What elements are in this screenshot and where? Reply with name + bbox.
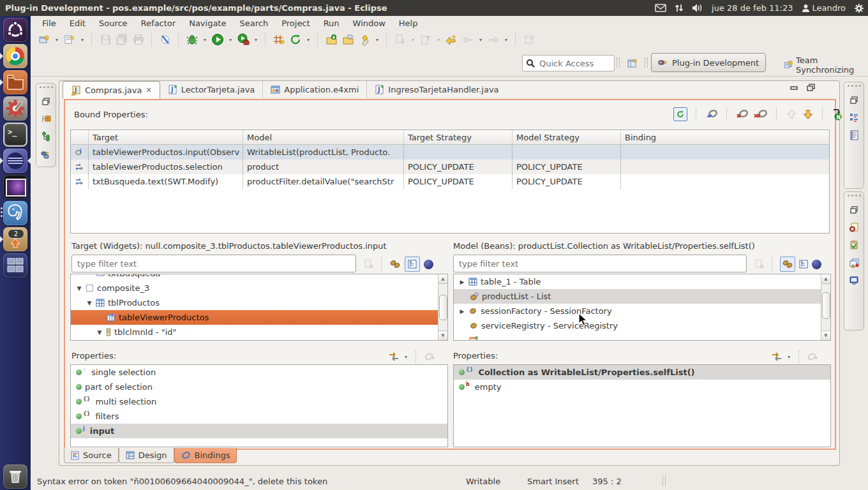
scroll-down-button[interactable]: ▼ [821, 330, 830, 340]
launcher-item-eclipse[interactable] [3, 149, 27, 173]
launcher-item-media[interactable] [3, 175, 27, 199]
header-target[interactable]: Target [89, 130, 243, 145]
api-refresh-button[interactable] [288, 33, 303, 47]
console-view-icon[interactable] [849, 276, 859, 286]
tasks-view-icon[interactable] [849, 240, 859, 250]
launcher-item-chrome[interactable] [3, 44, 27, 68]
tree-mode-icon[interactable] [799, 260, 808, 269]
scroll-up-button[interactable]: ▲ [821, 274, 830, 284]
open-folder-button[interactable] [341, 33, 355, 47]
tray-grip[interactable] [848, 195, 861, 197]
session-gear-icon[interactable] [854, 3, 864, 13]
collapsed-arrow-icon[interactable]: ▶ [459, 308, 465, 315]
launcher-item-trash[interactable] [3, 464, 27, 489]
model-filter[interactable] [453, 255, 747, 272]
package-explorer-icon[interactable] [41, 114, 51, 124]
launcher-item-workspaces[interactable] [3, 253, 27, 278]
tree-item-tblclmnid[interactable]: ▼ tblclmnId - "id" [71, 325, 447, 339]
save-button[interactable] [98, 33, 112, 47]
launcher-item-settings[interactable] [3, 96, 27, 121]
scroll-thumb[interactable] [439, 295, 447, 320]
forward-button[interactable] [486, 33, 500, 47]
dropdown-caret[interactable]: ▾ [253, 37, 259, 43]
problems-view-icon[interactable] [849, 258, 860, 268]
status-cursor-position[interactable]: 395 : 2 [592, 477, 622, 486]
menu-project[interactable]: Project [281, 19, 310, 28]
expand-arrow-icon[interactable]: ▼ [96, 329, 103, 336]
property-part-of-selection[interactable]: part of selection [71, 380, 447, 394]
debug-button[interactable] [185, 33, 199, 47]
menu-help[interactable]: Help [399, 19, 418, 28]
tray-grip[interactable] [848, 85, 861, 87]
convert-properties-icon[interactable] [771, 352, 782, 362]
menu-window[interactable]: Window [353, 19, 385, 28]
back-button[interactable] [461, 33, 475, 47]
sphere-icon[interactable] [424, 260, 433, 269]
property-input[interactable]: j input [71, 424, 447, 438]
header-blank[interactable] [71, 130, 89, 145]
tree-item-serviceregistry[interactable]: serviceRegistry - ServiceRegistry [454, 318, 830, 333]
dropdown-caret[interactable]: ▾ [435, 37, 442, 43]
property-multi-selection[interactable]: {} multi selection [71, 394, 447, 409]
header-target-strategy[interactable]: Target Strategy [404, 130, 513, 145]
dropdown-caret[interactable]: ▾ [305, 37, 311, 43]
next-annotation-button[interactable] [393, 33, 407, 47]
search-torch-button[interactable] [357, 33, 371, 47]
convert-properties-icon[interactable] [388, 352, 400, 362]
drag-grip[interactable] [617, 57, 620, 68]
new-plugin-project-button[interactable] [272, 33, 286, 47]
import-folder-button[interactable] [324, 33, 338, 47]
outline-view-icon[interactable] [849, 112, 859, 122]
move-up-icon[interactable] [786, 108, 797, 120]
tree-item-table-1[interactable]: ▶ table_1 - Table [454, 274, 830, 289]
tree-mode-icon[interactable] [405, 256, 420, 272]
menu-edit[interactable]: Edit [70, 19, 86, 28]
table-row[interactable]: txtBusqueda.text(SWT.Modify) productFilt… [71, 174, 829, 189]
tree-item-sessionfactory[interactable]: ▶ sessionFactory - SessionFactory [454, 304, 830, 318]
tree-item-tableviewerproductos[interactable]: tableViewerProductos [71, 310, 447, 325]
beans-mode-icon[interactable] [389, 259, 401, 269]
error-log-view-icon[interactable] [849, 222, 859, 232]
tab-design[interactable]: Design [119, 448, 174, 463]
save-all-button[interactable] [115, 33, 129, 47]
model-filter-input[interactable] [458, 258, 723, 269]
target-filter-input[interactable] [76, 258, 334, 269]
menu-refactor[interactable]: Refactor [141, 19, 176, 28]
launcher-item-files[interactable] [3, 70, 27, 94]
tray-grip[interactable] [40, 86, 53, 88]
dropdown-caret[interactable]: ▾ [410, 37, 416, 43]
tab-source[interactable]: Source [64, 448, 119, 463]
tab-application-e4xmi[interactable]: Application.e4xmi [263, 81, 367, 98]
menu-search[interactable]: Search [239, 19, 268, 28]
volume-icon[interactable] [692, 3, 703, 13]
tab-ingresotarjetahandler-java[interactable]: J IngresoTarjetaHandler.java [367, 81, 506, 98]
beans-mode-icon[interactable] [780, 256, 795, 272]
tab-bindings[interactable]: Bindings [174, 448, 237, 463]
property-empty[interactable]: b empty [454, 380, 830, 394]
open-perspective-button[interactable] [625, 56, 640, 70]
clock[interactable]: jue 28 de feb 11:23 [712, 3, 793, 13]
quick-access-input[interactable] [538, 58, 604, 69]
javadoc-view-icon[interactable] [849, 130, 859, 140]
clear-filter-icon[interactable] [364, 259, 374, 269]
tree-item-composite-3[interactable]: ▼ composite_3 [71, 281, 447, 295]
user-menu[interactable]: Leandro [802, 3, 846, 13]
perspective-team-synchronizing[interactable]: Team Synchronizing [784, 56, 868, 75]
tree-item-productlist[interactable]: productList - List [454, 289, 830, 304]
table-row[interactable]: tableViewerProductos.selection product P… [71, 160, 829, 174]
print-button[interactable] [131, 33, 146, 47]
dropdown-caret[interactable]: ▾ [403, 354, 409, 360]
target-filter[interactable] [71, 255, 356, 272]
tab-compras-java[interactable]: J Compras.java ✕ [63, 81, 160, 99]
expand-arrow-icon[interactable]: ▼ [86, 300, 93, 306]
model-tree-scrollbar[interactable]: ▲ ▼ [821, 274, 830, 340]
menu-navigate[interactable]: Navigate [189, 19, 226, 28]
add-binding-icon[interactable] [423, 352, 435, 362]
menu-source[interactable]: Source [99, 19, 128, 28]
dropdown-caret[interactable]: ▾ [786, 354, 792, 360]
expand-arrow-icon[interactable]: ▼ [76, 285, 82, 292]
new-file-button[interactable] [63, 33, 77, 47]
run-button[interactable] [211, 33, 225, 47]
pin-editor-button[interactable] [522, 33, 536, 47]
dropdown-caret[interactable]: ▾ [54, 37, 60, 43]
